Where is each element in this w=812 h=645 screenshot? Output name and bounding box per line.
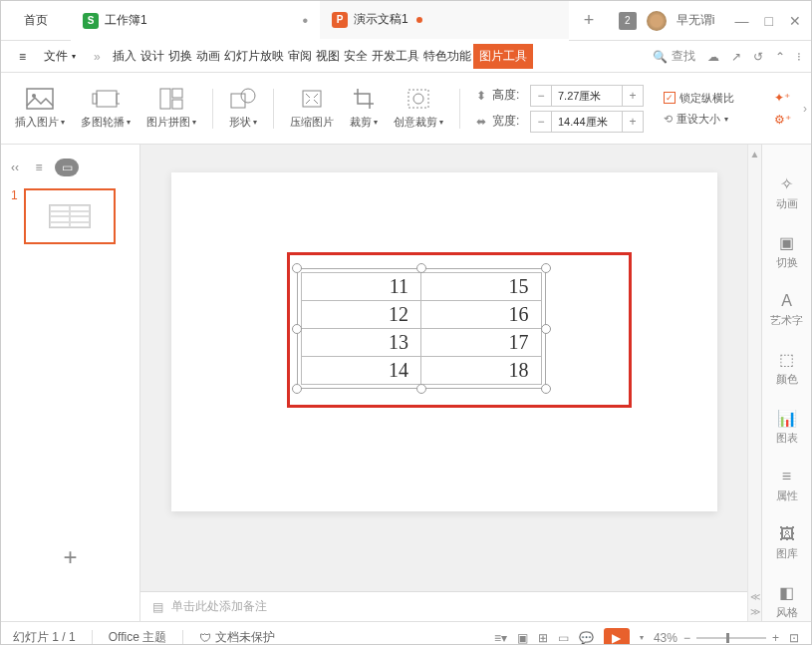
- menu-tab-animation[interactable]: 动画: [194, 44, 222, 69]
- cloud-icon[interactable]: ☁: [707, 50, 719, 64]
- resize-handle[interactable]: [416, 263, 426, 273]
- fit-page-icon[interactable]: ⊡: [789, 631, 799, 645]
- cell[interactable]: 11: [301, 273, 421, 301]
- protect-status[interactable]: 🛡 文档未保护: [199, 629, 275, 645]
- ribbon-insert-image[interactable]: 插入图片▾: [15, 87, 65, 130]
- menu-tab-developer[interactable]: 开发工具: [370, 44, 421, 69]
- panel-property[interactable]: ≡属性: [776, 468, 798, 503]
- height-increase[interactable]: +: [623, 86, 643, 106]
- play-dropdown-icon[interactable]: ▾: [640, 633, 644, 642]
- scroll-prev-icon[interactable]: ≪: [750, 591, 760, 602]
- normal-view-icon[interactable]: ▣: [517, 631, 528, 645]
- menu-tab-insert[interactable]: 插入: [111, 44, 138, 69]
- tab-presentation[interactable]: P 演示文稿1: [320, 1, 569, 41]
- resize-handle[interactable]: [292, 384, 302, 394]
- share-icon[interactable]: ↗: [731, 50, 741, 64]
- height-value[interactable]: 7.27厘米: [551, 86, 623, 106]
- ribbon-multi-carousel[interactable]: 多图轮播▾: [81, 87, 131, 130]
- new-tab-button[interactable]: +: [569, 10, 609, 31]
- search-button[interactable]: 🔍查找: [653, 48, 695, 65]
- slide-canvas[interactable]: 1115 1216 1317 1418: [171, 172, 717, 511]
- ribbon-creative-crop[interactable]: 创意裁剪▾: [394, 87, 443, 130]
- ribbon-crop[interactable]: 裁剪▾: [350, 87, 378, 130]
- slide-thumbnail-1[interactable]: 1: [11, 188, 130, 244]
- zoom-in-button[interactable]: +: [772, 631, 779, 645]
- menu-tab-slideshow[interactable]: 幻灯片放映: [222, 44, 286, 69]
- height-spinner[interactable]: − 7.27厘米 +: [530, 85, 644, 107]
- menu-tab-security[interactable]: 安全: [342, 44, 370, 69]
- menu-more[interactable]: »: [86, 46, 109, 68]
- menu-tab-features[interactable]: 特色功能: [421, 44, 473, 69]
- collapse-ribbon-icon[interactable]: ⌃: [775, 50, 785, 64]
- menu-tab-review[interactable]: 审阅: [286, 44, 314, 69]
- zoom-out-button[interactable]: −: [683, 631, 690, 645]
- notes-toggle-icon[interactable]: ≡▾: [494, 631, 507, 645]
- panel-animation[interactable]: ✧动画: [776, 174, 798, 211]
- resize-handle[interactable]: [541, 324, 551, 334]
- menu-hamburger[interactable]: ≡: [11, 46, 34, 68]
- tab-workbook-close[interactable]: •: [302, 12, 308, 30]
- cell[interactable]: 13: [301, 329, 421, 357]
- resize-handle[interactable]: [292, 324, 302, 334]
- cell[interactable]: 18: [421, 357, 542, 385]
- user-avatar[interactable]: [647, 11, 667, 31]
- scroll-up-icon[interactable]: ▲: [750, 149, 760, 160]
- history-icon[interactable]: ↺: [753, 50, 763, 64]
- panel-collapse-icon[interactable]: ‹‹: [11, 161, 19, 174]
- ribbon-shape[interactable]: 形状▾: [229, 87, 257, 130]
- file-menu[interactable]: 文件▾: [36, 44, 84, 69]
- width-value[interactable]: 14.44厘米: [551, 112, 623, 132]
- vertical-scrollbar[interactable]: ▲ ≪ ≫: [747, 145, 761, 621]
- panel-color[interactable]: ⬚颜色: [776, 350, 798, 387]
- cell[interactable]: 12: [301, 301, 421, 329]
- thumbnail-view-button[interactable]: ▭: [55, 159, 79, 176]
- reading-view-icon[interactable]: ▭: [558, 631, 569, 645]
- outline-view-button[interactable]: ≡: [27, 159, 51, 176]
- add-slide-button[interactable]: +: [11, 543, 130, 571]
- width-increase[interactable]: +: [623, 112, 643, 132]
- close-button[interactable]: ✕: [789, 13, 801, 29]
- notification-badge[interactable]: 2: [619, 12, 637, 30]
- notes-bar[interactable]: ▤ 单击此处添加备注: [140, 591, 747, 621]
- panel-transition[interactable]: ▣切换: [776, 233, 798, 270]
- panel-gallery[interactable]: 🖼图库: [776, 525, 798, 561]
- sorter-view-icon[interactable]: ⊞: [538, 631, 548, 645]
- minimize-button[interactable]: —: [735, 13, 749, 29]
- resize-handle[interactable]: [416, 384, 426, 394]
- cell[interactable]: 17: [421, 329, 542, 357]
- resize-handle[interactable]: [541, 263, 551, 273]
- ribbon-gear-icon[interactable]: ⚙⁺: [774, 113, 791, 127]
- checkbox-icon: ✓: [664, 92, 676, 104]
- table-object[interactable]: 1115 1216 1317 1418: [301, 272, 542, 385]
- cell[interactable]: 16: [421, 301, 542, 329]
- ribbon-expand-icon[interactable]: ›: [803, 102, 807, 116]
- lock-ratio-checkbox[interactable]: ✓ 锁定纵横比: [664, 91, 734, 106]
- width-decrease[interactable]: −: [531, 112, 551, 132]
- menu-tab-transition[interactable]: 切换: [166, 44, 194, 69]
- scroll-next-icon[interactable]: ≫: [750, 606, 760, 617]
- cell[interactable]: 15: [421, 273, 542, 301]
- slideshow-button[interactable]: ▶: [604, 628, 630, 646]
- panel-chart[interactable]: 📊图表: [776, 409, 798, 446]
- panel-style[interactable]: ◧风格: [776, 583, 798, 620]
- panel-wordart[interactable]: A艺术字: [770, 292, 803, 328]
- ribbon-sparkle-icon[interactable]: ✦⁺: [774, 91, 791, 105]
- tab-home[interactable]: 首页: [1, 1, 71, 41]
- menu-tab-picture-tools[interactable]: 图片工具: [473, 44, 533, 69]
- resize-handle[interactable]: [541, 384, 551, 394]
- zoom-slider[interactable]: [696, 637, 766, 639]
- comment-icon[interactable]: 💬: [579, 631, 594, 645]
- height-decrease[interactable]: −: [531, 86, 551, 106]
- carousel-icon: [92, 87, 120, 111]
- ribbon-compress[interactable]: 压缩图片: [290, 87, 334, 130]
- reset-size-button[interactable]: ⟲ 重设大小▾: [664, 112, 734, 127]
- maximize-button[interactable]: □: [765, 13, 773, 29]
- menu-tab-design[interactable]: 设计: [138, 44, 166, 69]
- more-icon[interactable]: ⁝: [797, 50, 801, 64]
- menu-tab-view[interactable]: 视图: [314, 44, 342, 69]
- cell[interactable]: 14: [301, 357, 421, 385]
- tab-workbook[interactable]: S 工作簿1 •: [71, 1, 320, 41]
- ribbon-image-collage[interactable]: 图片拼图▾: [146, 87, 196, 130]
- resize-handle[interactable]: [292, 263, 302, 273]
- width-spinner[interactable]: − 14.44厘米 +: [530, 111, 644, 133]
